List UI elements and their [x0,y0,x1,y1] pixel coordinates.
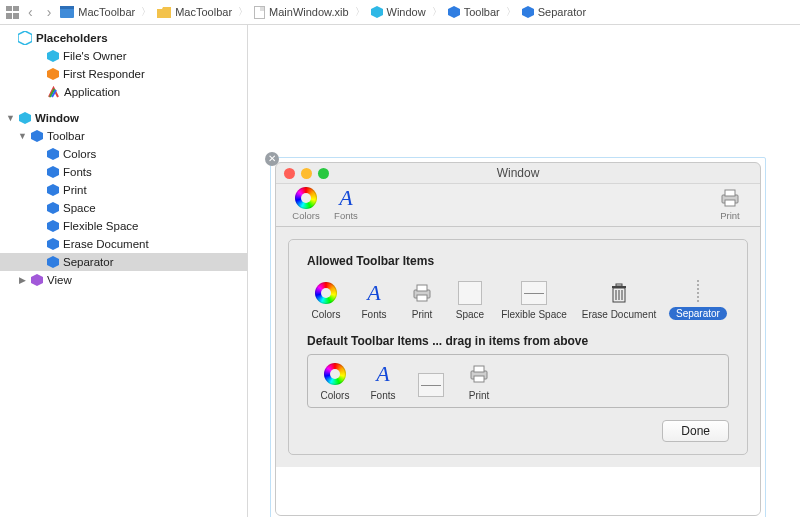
cube-icon [371,6,383,18]
allowed-items-header: Allowed Toolbar Items [307,254,729,268]
outline-header-placeholders[interactable]: Placeholders [0,29,247,47]
done-button[interactable]: Done [662,420,729,442]
outline-label: Window [35,112,79,124]
palette-item-fonts[interactable]: AFonts [355,280,393,320]
item-caption: Colors [312,309,341,320]
crumb-label: Window [387,6,426,18]
cube-icon [19,112,31,124]
breadcrumb-bar: ‹ › MacToolbar 〉 MacToolbar 〉 MainWindow… [0,0,800,25]
layout-grid-icon[interactable] [6,6,19,19]
outline-item-erase[interactable]: Erase Document [0,235,247,253]
outline-sidebar[interactable]: Placeholders File's Owner First Responde… [0,25,248,517]
nav-forward[interactable]: › [42,4,57,20]
colorwheel-icon [324,363,346,385]
item-caption: Colors [321,390,350,401]
crumb-xib[interactable]: MainWindow.xib [254,6,348,19]
outline-label: First Responder [63,68,145,80]
toolbar-item-fonts[interactable]: A Fonts [326,186,366,221]
minimize-light-icon[interactable] [301,168,312,179]
zoom-light-icon[interactable] [318,168,329,179]
outline-label: Application [64,86,120,98]
printer-icon [718,186,742,210]
default-item-flexspace[interactable] [412,372,450,401]
cube-icon [47,50,59,62]
cube-icon [47,202,59,214]
palette-item-erase[interactable]: Erase Document [579,280,659,320]
svg-rect-6 [417,285,427,291]
outline-application[interactable]: Application [0,83,247,101]
outline-first-responder[interactable]: First Responder [0,65,247,83]
outline-label: Toolbar [47,130,85,142]
cube-icon [47,148,59,160]
default-items-box[interactable]: Colors AFonts Print [307,354,729,408]
palette-item-print[interactable]: Print [403,280,441,320]
svg-rect-1 [60,6,74,9]
outline-item-separator[interactable]: Separator [0,253,247,271]
crumb-toolbar[interactable]: Toolbar [448,6,500,18]
disclosure-icon[interactable]: ▼ [18,131,27,141]
outline-label: File's Owner [63,50,127,62]
xib-icon [254,6,265,19]
outline-item-flexspace[interactable]: Flexible Space [0,217,247,235]
crumb-window[interactable]: Window [371,6,426,18]
trash-icon [606,280,632,306]
crumb-label: Separator [538,6,586,18]
crumb-project[interactable]: MacToolbar [60,6,135,18]
svg-rect-15 [474,366,484,372]
palette-item-colors[interactable]: Colors [307,280,345,320]
space-icon [458,281,482,305]
outline-item-print[interactable]: Print [0,181,247,199]
placeholders-icon [18,31,32,45]
colorwheel-icon [295,187,317,209]
item-caption: Erase Document [582,309,656,320]
palette-item-space[interactable]: Space [451,280,489,320]
fonts-icon: A [367,282,380,304]
outline-label: Flexible Space [63,220,138,232]
window-object[interactable]: ✕ Window Colors A [270,157,766,517]
ib-canvas[interactable]: ✕ Window Colors A [248,25,800,517]
window-toolbar[interactable]: Colors A Fonts Print [276,184,760,227]
default-item-print[interactable]: Print [460,361,498,401]
svg-rect-13 [616,284,622,286]
item-caption: Print [412,309,433,320]
chevron-right-icon: 〉 [236,5,250,19]
toolbar-item-colors[interactable]: Colors [286,186,326,221]
disclosure-icon[interactable]: ▼ [6,113,15,123]
cube-icon [47,184,59,196]
outline-view[interactable]: ▶ View [0,271,247,289]
palette-item-flexspace[interactable]: Flexible Space [499,280,569,320]
cube-icon [47,256,59,268]
outline-item-fonts[interactable]: Fonts [0,163,247,181]
crumb-separator[interactable]: Separator [522,6,586,18]
outline-item-space[interactable]: Space [0,199,247,217]
folder-icon [157,7,171,18]
disclosure-icon[interactable]: ▶ [18,275,27,285]
toolbar-caption: Colors [292,210,319,221]
outline-toolbar[interactable]: ▼ Toolbar [0,127,247,145]
item-caption: Print [469,390,490,401]
crumb-label: MacToolbar [78,6,135,18]
fonts-icon: A [376,363,389,385]
application-icon [47,86,60,99]
toolbar-caption: Fonts [334,210,358,221]
chevron-right-icon: 〉 [504,5,518,19]
customize-toolbar-sheet: Allowed Toolbar Items Colors AFonts Prin… [288,239,748,455]
cube-icon [47,238,59,250]
svg-rect-4 [725,200,735,206]
outline-files-owner[interactable]: File's Owner [0,47,247,65]
outline-header-window[interactable]: ▼ Window [0,109,247,127]
toolbar-item-print[interactable]: Print [710,186,750,221]
cube-icon [31,274,43,286]
outline-item-colors[interactable]: Colors [0,145,247,163]
crumb-folder[interactable]: MacToolbar [157,6,232,18]
outline-label: Colors [63,148,96,160]
default-item-colors[interactable]: Colors [316,361,354,401]
palette-item-separator[interactable]: Separator [669,278,727,320]
close-light-icon[interactable] [284,168,295,179]
svg-rect-3 [725,190,735,196]
item-caption: Separator [669,307,727,320]
item-caption: Fonts [361,309,386,320]
default-item-fonts[interactable]: AFonts [364,361,402,401]
nav-back[interactable]: ‹ [23,4,38,20]
allowed-items-row[interactable]: Colors AFonts Print Space Flexible Space… [307,274,729,334]
